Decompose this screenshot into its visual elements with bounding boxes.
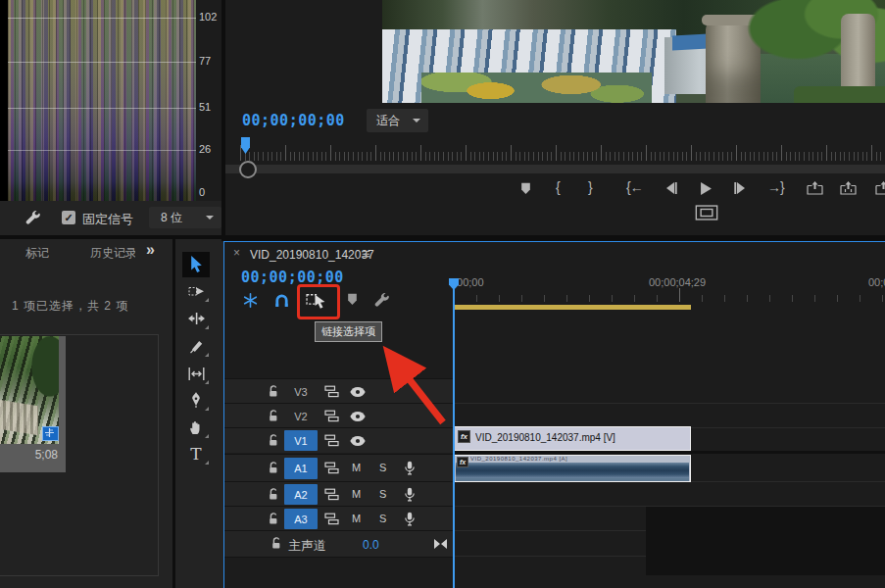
go-to-in-button[interactable]: {← [626, 179, 643, 195]
lock-icon [270, 463, 276, 473]
step-back-button[interactable] [664, 181, 678, 195]
panel-overflow-chevron[interactable]: » [146, 241, 155, 259]
mark-in-button[interactable]: { [556, 179, 561, 195]
track-header-master: 主声道 0.0 [224, 530, 453, 558]
step-forward-button[interactable] [733, 181, 747, 195]
sync-lock-button[interactable] [323, 512, 340, 526]
program-timecode[interactable]: 00;00;00;00 [242, 112, 345, 129]
video-clip[interactable]: fx VID_20190810_142037.mp4 [V] [454, 426, 691, 451]
track-lock-button[interactable] [267, 384, 280, 399]
track-visibility-button[interactable] [349, 411, 367, 422]
track-separator [454, 403, 885, 404]
add-marker-button[interactable] [517, 180, 533, 196]
sync-lock-button[interactable] [323, 384, 340, 399]
voiceover-record-button[interactable] [403, 486, 417, 503]
fixed-signal-checkbox[interactable]: ✓ [62, 211, 75, 224]
track-label: V1 [294, 435, 307, 447]
track-lock-button[interactable] [267, 461, 280, 475]
checkmark-icon: ✓ [64, 212, 73, 223]
track-select-tool-button[interactable] [183, 280, 209, 302]
solo-button[interactable]: S [379, 462, 386, 473]
track-target-a3[interactable]: A3 [284, 509, 318, 529]
pen-tool-button[interactable] [183, 389, 209, 411]
scale-value: 26 [199, 143, 211, 155]
track-target-v2[interactable]: V2 [284, 406, 318, 426]
slip-tool-button[interactable] [183, 363, 209, 384]
panel-menu-icon[interactable]: ≡ [362, 245, 370, 262]
fit-dropdown[interactable]: 适合 [367, 109, 428, 132]
track-lock-button[interactable] [270, 536, 283, 551]
razor-tool-button[interactable] [183, 335, 209, 357]
sync-lock-button[interactable] [323, 409, 340, 423]
track-target-v1[interactable]: V1 [284, 430, 318, 451]
selection-arrow-icon [191, 256, 202, 272]
monitor-scroll-handle[interactable] [239, 161, 257, 178]
track-header-a3: A3 M S [224, 506, 453, 531]
play-button[interactable] [699, 181, 713, 195]
voiceover-record-button[interactable] [403, 511, 417, 527]
track-lock-button[interactable] [267, 409, 280, 423]
clip-tile[interactable]: 5;08 [0, 336, 66, 472]
hand-tool-button[interactable] [183, 416, 209, 438]
solo-button[interactable]: S [379, 513, 386, 524]
sync-lock-button[interactable] [323, 433, 340, 448]
track-visibility-button[interactable] [349, 386, 367, 398]
fx-badge[interactable]: fx [457, 457, 468, 467]
go-to-out-button[interactable]: →} [767, 179, 784, 195]
solo-button[interactable]: S [379, 488, 386, 500]
track-lock-button[interactable] [267, 512, 280, 526]
fx-badge[interactable]: fx [458, 430, 470, 443]
timeline-tab-label[interactable]: VID_20190810_142037 [250, 248, 374, 262]
mute-button[interactable]: M [352, 462, 361, 473]
eye-icon [350, 436, 365, 446]
add-marker-button[interactable] [344, 291, 360, 308]
lift-button[interactable] [806, 180, 823, 196]
scope-settings-wrench-button[interactable] [24, 208, 43, 227]
marker-icon [521, 182, 530, 193]
track-lock-button[interactable] [267, 433, 280, 448]
export-frame-button[interactable] [874, 180, 885, 196]
mark-out-button[interactable]: } [588, 179, 593, 195]
selection-tool-button[interactable] [182, 252, 210, 277]
extract-button[interactable] [839, 180, 857, 196]
track-target-v3[interactable]: V3 [284, 381, 318, 402]
track-target-a1[interactable]: A1 [284, 458, 318, 479]
monitor-scroll-track[interactable] [225, 165, 885, 173]
settings-button[interactable] [694, 204, 719, 221]
transport-controls: { } {← →} [225, 178, 885, 223]
export-frame-icon [876, 181, 885, 194]
timeline-playhead-line[interactable] [453, 278, 455, 588]
ripple-edit-tool-button[interactable] [183, 308, 209, 329]
pen-icon [192, 392, 200, 408]
master-level-value[interactable]: 0.0 [363, 538, 379, 552]
master-meter-fit-button[interactable] [432, 537, 449, 550]
close-tab-icon[interactable]: × [233, 246, 240, 260]
step-forward-icon [734, 182, 745, 194]
voiceover-record-button[interactable] [403, 460, 417, 476]
tab-history[interactable]: 历史记录 [90, 245, 135, 261]
nest-toggle-button[interactable] [239, 289, 261, 311]
program-monitor-video [382, 0, 885, 103]
track-lock-button[interactable] [267, 487, 280, 502]
mute-button[interactable]: M [352, 488, 361, 500]
timeline-settings-button[interactable] [372, 290, 392, 310]
monitor-mini-ruler-major [240, 145, 885, 161]
lift-icon [808, 181, 822, 194]
wrench-icon [26, 211, 40, 224]
sync-lock-button[interactable] [323, 461, 340, 475]
bit-depth-dropdown[interactable]: 8 位 [149, 207, 221, 228]
work-area-bar[interactable] [454, 305, 691, 310]
marker-icon [348, 294, 357, 305]
magnet-icon [275, 295, 287, 306]
audio-clip[interactable]: VID_20190810_142037.mp4 [A] fx [454, 455, 691, 482]
timeline-ruler[interactable]: ;00;00 00;00;04;29 00;00;09;28 [454, 274, 885, 304]
mute-button[interactable]: M [352, 513, 361, 524]
track-target-a2[interactable]: A2 [284, 484, 318, 505]
tab-markers[interactable]: 标记 [25, 245, 49, 262]
timeline-tab[interactable]: × VID_20190810_142037 ≡ [224, 242, 885, 266]
sync-lock-button[interactable] [323, 487, 340, 502]
type-tool-button[interactable]: T [183, 443, 209, 465]
snap-button[interactable] [270, 289, 292, 311]
track-visibility-button[interactable] [349, 435, 367, 447]
lock-icon [270, 489, 276, 500]
